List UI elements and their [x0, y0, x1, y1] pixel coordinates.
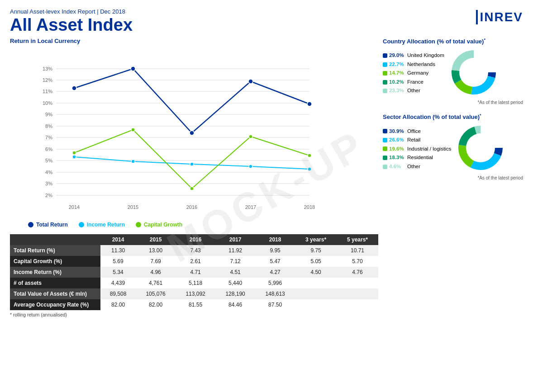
row-cell [337, 288, 378, 299]
svg-point-29 [72, 86, 76, 90]
alloc-color-dot [383, 53, 387, 58]
svg-text:10%: 10% [43, 100, 52, 106]
alloc-pct: 14.7% [389, 69, 405, 78]
legend-dot-capital [136, 222, 141, 227]
svg-text:2015: 2015 [128, 204, 138, 210]
row-cell: 84.46 [215, 299, 255, 310]
country-alloc-item: 23.3% Other [383, 86, 444, 95]
line-chart: 2% 3% 4% 5% 6% 7% 8% 9% 10% 11% 12% 13% … [10, 46, 378, 218]
country-alloc-item: 14.7% Germany [383, 69, 444, 78]
svg-point-40 [131, 128, 135, 132]
svg-text:2%: 2% [45, 193, 52, 198]
alloc-label: Office [407, 127, 421, 136]
country-allocation-body: 29.0% United Kingdom 22.7% Netherlands 1… [383, 47, 523, 99]
alloc-color-dot [383, 80, 387, 85]
legend-income-return: Income Return [79, 222, 125, 228]
row-cell: 4.27 [255, 267, 295, 278]
svg-point-34 [72, 155, 76, 159]
row-cell: 5,118 [176, 278, 215, 288]
row-cell: 4.51 [215, 267, 255, 278]
row-cell [337, 278, 378, 288]
legend-total-return: Total Return [28, 222, 68, 228]
country-alloc-item: 22.7% Netherlands [383, 60, 444, 69]
row-cell: 89,508 [100, 288, 136, 299]
row-cell: 4.76 [337, 267, 378, 278]
row-cell: 4.50 [295, 267, 337, 278]
sector-allocation-title: Sector Allocation (% of total value)* [383, 113, 523, 120]
row-cell: 5.47 [255, 256, 295, 267]
alloc-pct: 4.6% [389, 162, 405, 171]
row-cell: 10.71 [337, 245, 378, 256]
svg-text:13%: 13% [43, 66, 52, 71]
row-cell: 9.75 [295, 245, 337, 256]
alloc-label: Industrial / logistics [407, 145, 451, 154]
country-allocation-section: Country Allocation (% of total value)* 2… [383, 38, 523, 105]
row-cell: 5,440 [215, 278, 255, 288]
alloc-color-dot [383, 146, 387, 151]
row-label: # of assets [10, 278, 100, 288]
svg-point-39 [72, 151, 76, 155]
table-row: Total Return (%)11.3013.007.4311.929.959… [10, 245, 378, 256]
svg-point-32 [248, 79, 253, 84]
alloc-color-dot [383, 129, 387, 133]
row-cell: 87.50 [255, 299, 295, 310]
row-cell: 4.71 [176, 267, 215, 278]
row-label: Income Return (%) [10, 267, 100, 278]
country-allocation-legend: 29.0% United Kingdom 22.7% Netherlands 1… [383, 51, 444, 95]
sector-alloc-note: *As of the latest period [383, 175, 523, 180]
chart-legend: Total Return Income Return Capital Growt… [28, 222, 378, 228]
country-alloc-note: *As of the latest period [383, 100, 523, 105]
svg-text:6%: 6% [45, 146, 52, 152]
row-cell: 11.92 [215, 245, 255, 256]
report-main-title: All Asset Index [10, 16, 133, 35]
col-header-5yr: 5 years* [337, 234, 378, 245]
svg-text:8%: 8% [45, 123, 52, 129]
sector-alloc-item: 4.6% Other [383, 162, 451, 171]
alloc-pct: 10.2% [389, 78, 405, 87]
chart-container: 2% 3% 4% 5% 6% 7% 8% 9% 10% 11% 12% 13% … [10, 46, 378, 218]
alloc-label: Residential [407, 153, 433, 162]
alloc-pct: 23.3% [389, 86, 405, 95]
data-table: 2014 2015 2016 2017 2018 3 years* 5 year… [10, 234, 378, 310]
row-cell [337, 299, 378, 310]
table-row: Capital Growth (%)5.697.692.617.125.475.… [10, 256, 378, 267]
alloc-color-dot [383, 71, 387, 76]
svg-text:7%: 7% [45, 135, 52, 140]
row-cell [295, 278, 337, 288]
legend-label-capital: Capital Growth [144, 222, 182, 228]
row-label: Total Value of Assets (€ mln) [10, 288, 100, 299]
col-header-2014: 2014 [100, 234, 136, 245]
alloc-pct: 19.6% [389, 145, 405, 154]
sector-allocation-legend: 30.9% Office 26.6% Retail 19.6% Industri… [383, 127, 451, 171]
table-footnote: * rolling return (annualised) [10, 312, 378, 317]
country-alloc-item: 29.0% United Kingdom [383, 51, 444, 60]
col-header-3yr: 3 years* [295, 234, 337, 245]
legend-capital-growth: Capital Growth [136, 222, 182, 228]
chart-title: Return in Local Currency [10, 38, 378, 44]
country-allocation-title: Country Allocation (% of total value)* [383, 38, 523, 45]
row-cell: 5.34 [100, 267, 136, 278]
alloc-label: Germany [407, 69, 428, 78]
row-cell: 7.69 [136, 256, 176, 267]
legend-label-income: Income Return [87, 222, 125, 228]
row-cell: 4,439 [100, 278, 136, 288]
svg-text:9%: 9% [45, 112, 52, 117]
sector-alloc-item: 30.9% Office [383, 127, 451, 136]
alloc-color-dot [383, 89, 387, 93]
alloc-pct: 22.7% [389, 60, 405, 69]
row-cell: 5,996 [255, 278, 295, 288]
svg-point-55 [466, 133, 495, 162]
row-cell: 4,761 [136, 278, 176, 288]
col-header-2017: 2017 [215, 234, 255, 245]
sector-alloc-item: 26.6% Retail [383, 136, 451, 145]
alloc-pct: 26.6% [389, 136, 405, 145]
svg-point-36 [190, 162, 194, 166]
svg-text:2017: 2017 [245, 204, 256, 210]
row-cell [295, 288, 337, 299]
report-title-block: Annual Asset-levex Index Report | Dec 20… [10, 8, 133, 35]
row-cell: 82.00 [100, 299, 136, 310]
content-area: Return in Local Currency [10, 38, 523, 317]
alloc-pct: 18.3% [389, 153, 405, 162]
alloc-label: Other [407, 86, 420, 95]
table-section: 2014 2015 2016 2017 2018 3 years* 5 year… [10, 234, 378, 317]
